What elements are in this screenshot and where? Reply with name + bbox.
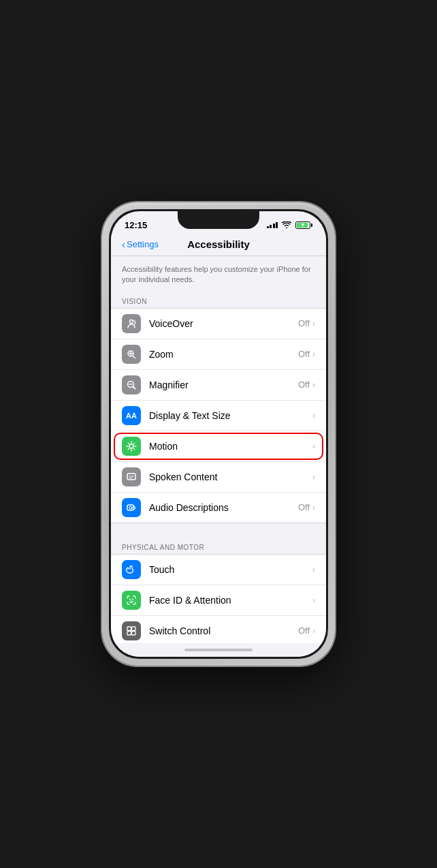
- list-item[interactable]: Switch Control Off ›: [111, 616, 326, 643]
- touch-label: Touch: [149, 564, 312, 575]
- magnifier-chevron-icon: ›: [312, 380, 315, 390]
- list-item[interactable]: Face ID & Attention ›: [111, 585, 326, 616]
- display-chevron-icon: ›: [312, 411, 315, 420]
- wifi-icon: [282, 221, 291, 228]
- audio-chevron-icon: ›: [312, 503, 315, 512]
- list-item[interactable]: Magnifier Off ›: [111, 370, 326, 401]
- motion-label: Motion: [149, 441, 312, 452]
- home-bar: [184, 649, 253, 651]
- page-title: Accessibility: [176, 238, 261, 250]
- motion-icon: [122, 437, 141, 456]
- zoom-value: Off: [298, 349, 310, 359]
- section-gap: [111, 523, 326, 540]
- vision-list: VoiceOver Off ›: [111, 308, 326, 523]
- audio-value: Off: [298, 502, 310, 512]
- nav-bar: ‹ Settings Accessibility: [111, 236, 326, 256]
- display-label: Display & Text Size: [149, 410, 312, 421]
- list-item[interactable]: Zoom Off ›: [111, 339, 326, 370]
- magnifier-value: Off: [298, 379, 310, 390]
- svg-rect-11: [127, 505, 133, 510]
- back-button[interactable]: ‹ Settings: [122, 239, 176, 250]
- faceid-icon: [122, 591, 141, 610]
- motion-chevron-icon: ›: [312, 441, 315, 451]
- voiceover-chevron-icon: ›: [312, 319, 315, 328]
- faceid-chevron-icon: ›: [312, 595, 315, 605]
- zoom-icon: [122, 345, 141, 364]
- phone-frame: 12:15: [102, 202, 335, 666]
- switch-value: Off: [298, 625, 310, 636]
- magnifier-label: Magnifier: [149, 379, 298, 390]
- display-icon: AA: [122, 406, 141, 425]
- faceid-label: Face ID & Attention: [149, 595, 312, 606]
- voiceover-value: Off: [298, 318, 310, 328]
- svg-line-3: [133, 356, 135, 358]
- list-item[interactable]: Touch ›: [111, 555, 326, 585]
- signal-bars-icon: [267, 221, 278, 228]
- list-item[interactable]: AA Display & Text Size ›: [111, 401, 326, 431]
- svg-point-1: [130, 320, 133, 323]
- zoom-label: Zoom: [149, 349, 298, 360]
- audio-label: Audio Descriptions: [149, 502, 298, 513]
- description-text: Accessibility features help you customiz…: [111, 256, 326, 294]
- switch-icon: [122, 621, 141, 640]
- spoken-icon: [122, 467, 141, 486]
- back-chevron-icon: ‹: [122, 238, 125, 250]
- audio-icon: [122, 498, 141, 517]
- voiceover-label: VoiceOver: [149, 318, 298, 329]
- spoken-label: Spoken Content: [149, 471, 312, 482]
- zoom-chevron-icon: ›: [312, 350, 315, 359]
- switch-chevron-icon: ›: [312, 626, 315, 636]
- touch-chevron-icon: ›: [312, 565, 315, 574]
- physical-list: Touch ›: [111, 554, 326, 643]
- svg-rect-18: [127, 631, 131, 635]
- status-time: 12:15: [125, 220, 147, 230]
- svg-rect-17: [132, 627, 136, 631]
- svg-point-13: [129, 598, 131, 600]
- list-item[interactable]: VoiceOver Off ›: [111, 309, 326, 339]
- svg-marker-0: [302, 223, 305, 228]
- section-header-physical: PHYSICAL AND MOTOR: [111, 540, 326, 554]
- svg-rect-19: [132, 631, 136, 635]
- notch: [178, 211, 259, 229]
- phone-inner: 12:15: [109, 209, 328, 659]
- list-item[interactable]: Audio Descriptions Off ›: [111, 493, 326, 523]
- magnifier-icon: [122, 375, 141, 394]
- list-item-motion[interactable]: Motion ›: [111, 431, 326, 462]
- svg-point-14: [132, 598, 133, 600]
- switch-label: Switch Control: [149, 625, 298, 636]
- content-scroll[interactable]: Accessibility features help you customiz…: [111, 256, 326, 643]
- svg-point-12: [129, 506, 132, 509]
- back-label: Settings: [127, 239, 159, 249]
- home-indicator: [111, 643, 326, 657]
- spoken-chevron-icon: ›: [312, 472, 315, 482]
- list-item[interactable]: Spoken Content ›: [111, 462, 326, 493]
- svg-point-9: [129, 444, 133, 448]
- voiceover-icon: [122, 314, 141, 333]
- svg-line-7: [133, 386, 135, 388]
- screen: 12:15: [111, 211, 326, 657]
- battery-icon: [295, 221, 312, 229]
- status-icons: [267, 221, 313, 229]
- touch-icon: [122, 560, 141, 579]
- section-header-vision: VISION: [111, 294, 326, 308]
- svg-rect-16: [127, 627, 131, 631]
